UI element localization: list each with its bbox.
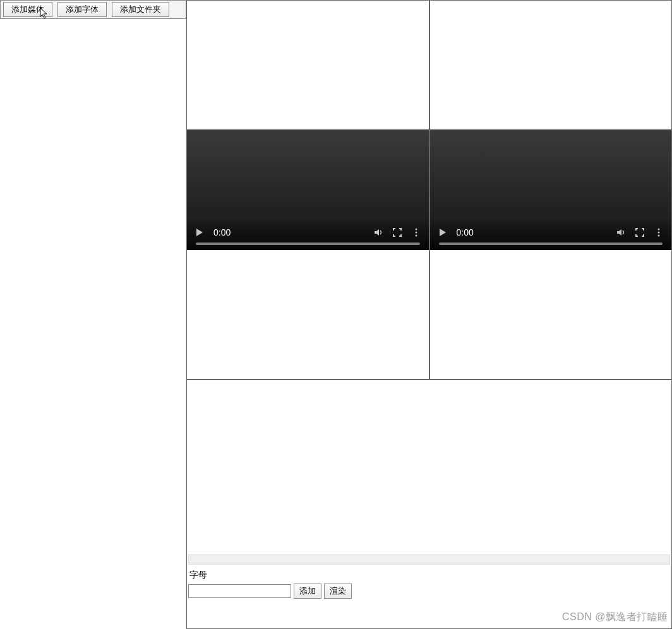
- play-icon[interactable]: [438, 227, 448, 237]
- add-folder-button[interactable]: 添加文件夹: [112, 2, 169, 17]
- video-area: 0:00 0:00: [186, 0, 672, 380]
- svg-point-3: [658, 229, 660, 231]
- horizontal-scrollbar[interactable]: [188, 554, 670, 565]
- video-cell-right: 0:00: [429, 0, 673, 380]
- add-button[interactable]: 添加: [294, 584, 321, 599]
- video-controls-left: 0:00: [187, 215, 429, 250]
- volume-icon[interactable]: [616, 227, 626, 237]
- progress-bar-left[interactable]: [196, 243, 420, 245]
- add-media-button[interactable]: 添加媒体: [3, 2, 52, 17]
- video-controls-right: 0:00: [430, 215, 672, 250]
- svg-point-4: [658, 232, 660, 234]
- fullscreen-icon[interactable]: [392, 227, 402, 237]
- video-time-right: 0:00: [457, 227, 474, 237]
- input-row: 添加 渲染: [188, 584, 670, 599]
- fullscreen-icon[interactable]: [635, 227, 645, 237]
- video-player-right[interactable]: 0:00: [430, 129, 672, 250]
- volume-icon[interactable]: [373, 227, 383, 237]
- bottom-area: 字母 添加 渲染: [186, 380, 672, 629]
- toolbar: 添加媒体 添加字体 添加文件夹: [0, 0, 186, 19]
- play-icon[interactable]: [195, 227, 205, 237]
- letter-input[interactable]: [188, 584, 291, 598]
- watermark: CSDN @飘逸者打瞌睡: [562, 611, 668, 624]
- svg-point-1: [415, 232, 417, 234]
- video-player-left[interactable]: 0:00: [187, 129, 429, 250]
- svg-point-5: [658, 235, 660, 237]
- form-zone: 字母 添加 渲染: [187, 568, 671, 600]
- svg-point-0: [415, 229, 417, 231]
- menu-icon[interactable]: [654, 227, 664, 237]
- svg-point-2: [415, 235, 417, 237]
- render-button[interactable]: 渲染: [324, 584, 352, 599]
- video-time-left: 0:00: [213, 227, 231, 237]
- progress-bar-right[interactable]: [439, 243, 663, 245]
- letter-label: 字母: [189, 570, 670, 581]
- add-font-button[interactable]: 添加字体: [57, 2, 107, 17]
- menu-icon[interactable]: [411, 227, 421, 237]
- video-cell-left: 0:00: [186, 0, 429, 380]
